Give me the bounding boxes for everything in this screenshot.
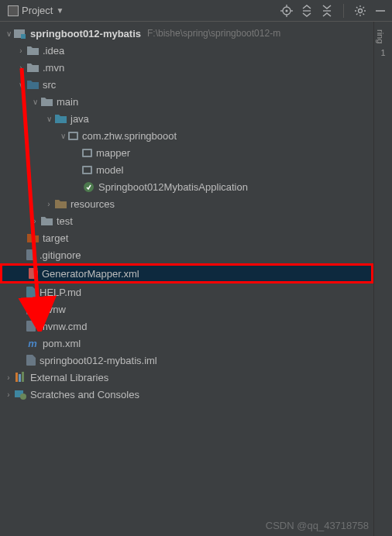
chevron-right-icon[interactable]: › xyxy=(29,217,40,225)
node-label: Springboot012MybatisApplication xyxy=(98,181,248,193)
tree-node-resources[interactable]: › resources xyxy=(0,195,373,212)
folder-icon xyxy=(40,95,53,108)
node-label: springboot012-mybatis.iml xyxy=(40,355,157,366)
project-tree[interactable]: ∨ springboot012-mybatis F:\bishe\spring\… xyxy=(0,22,373,403)
node-label: main xyxy=(57,96,78,108)
maven-pom-icon: m xyxy=(26,337,39,349)
tree-node-scratches[interactable]: › Scratches and Consoles xyxy=(0,386,373,403)
tree-node-external-libraries[interactable]: › External Libraries xyxy=(0,369,373,386)
tree-node-package[interactable]: ∨ com.zhw.springbooot xyxy=(0,127,373,144)
tree-node-src[interactable]: ∨ src xyxy=(0,76,373,93)
chevron-right-icon[interactable]: › xyxy=(43,200,54,208)
node-label: .mvn xyxy=(43,62,64,74)
node-label: resources xyxy=(70,198,115,210)
gear-icon[interactable] xyxy=(353,4,367,18)
node-label: test xyxy=(57,215,73,227)
svg-rect-11 xyxy=(21,34,26,39)
svg-rect-13 xyxy=(15,373,18,382)
node-label: Scratches and Consoles xyxy=(30,389,139,400)
collapse-all-icon[interactable] xyxy=(320,4,334,18)
svg-point-1 xyxy=(286,9,288,12)
node-label: src xyxy=(43,79,56,91)
svg-point-17 xyxy=(20,393,26,400)
module-icon xyxy=(14,27,26,40)
tree-node-idea[interactable]: › .idea xyxy=(0,42,373,59)
chevron-down-icon[interactable]: ∨ xyxy=(43,115,54,123)
node-label: mapper xyxy=(96,147,130,159)
node-label: mvnw xyxy=(40,304,66,315)
node-label: springboot012-mybatis xyxy=(30,28,141,40)
node-label: com.zhw.springbooot xyxy=(82,130,177,142)
chevron-right-icon[interactable]: › xyxy=(3,373,14,382)
tree-node-model[interactable]: › model xyxy=(0,161,373,178)
tree-node-test[interactable]: › test xyxy=(0,212,373,229)
project-view-selector[interactable]: Project ▼ xyxy=(5,3,67,18)
project-toolbar: Project ▼ xyxy=(0,0,392,22)
tree-node-mvnw[interactable]: › mvnw xyxy=(0,301,373,318)
chevron-right-icon[interactable]: › xyxy=(15,46,26,55)
chevron-right-icon[interactable]: › xyxy=(15,64,26,72)
xml-file-icon xyxy=(29,268,38,279)
tree-node-iml[interactable]: › springboot012-mybatis.iml xyxy=(0,352,373,369)
tree-node-main[interactable]: ∨ main xyxy=(0,93,373,110)
tree-node-root[interactable]: ∨ springboot012-mybatis F:\bishe\spring\… xyxy=(0,25,373,42)
svg-rect-15 xyxy=(22,372,24,382)
scratches-icon xyxy=(14,388,26,400)
locate-icon[interactable] xyxy=(280,4,294,18)
tree-node-target[interactable]: › target xyxy=(0,229,373,246)
chevron-down-icon[interactable]: ∨ xyxy=(57,132,68,140)
expand-all-icon[interactable] xyxy=(300,4,314,18)
right-tab-label[interactable]: ring xyxy=(374,26,387,46)
source-folder-icon xyxy=(54,112,67,125)
node-label: mvnw.cmd xyxy=(40,321,87,332)
node-label: target xyxy=(43,232,68,244)
svg-rect-14 xyxy=(19,374,21,382)
chevron-down-icon[interactable]: ∨ xyxy=(15,81,26,89)
node-label: java xyxy=(70,113,89,125)
chevron-down-icon[interactable]: ∨ xyxy=(29,98,40,106)
folder-icon xyxy=(26,61,39,74)
package-icon xyxy=(68,132,78,140)
markdown-file-icon xyxy=(26,287,36,297)
chevron-down-icon[interactable]: ∨ xyxy=(3,29,14,38)
resources-folder-icon xyxy=(54,198,67,210)
package-icon xyxy=(82,166,92,174)
right-tab-number: 1 xyxy=(374,46,392,59)
file-icon xyxy=(26,304,36,314)
node-label: HELP.md xyxy=(40,287,81,298)
tree-node-pom[interactable]: › m pom.xml xyxy=(0,335,373,352)
node-label: model xyxy=(96,164,123,176)
folder-icon xyxy=(26,44,39,57)
tree-node-mvnw-cmd[interactable]: › mvnw.cmd xyxy=(0,318,373,335)
node-label: External Libraries xyxy=(30,372,108,383)
right-gutter: ring 1 xyxy=(373,22,392,536)
spring-boot-class-icon xyxy=(82,180,95,193)
folder-icon xyxy=(40,215,53,227)
chevron-right-icon[interactable]: › xyxy=(3,390,14,399)
tree-node-gitignore[interactable]: › .gitignore xyxy=(0,246,373,263)
separator xyxy=(343,4,344,18)
target-folder-icon xyxy=(26,232,39,244)
tree-node-java[interactable]: ∨ java xyxy=(0,110,373,127)
tree-node-mapper[interactable]: › mapper xyxy=(0,144,373,161)
node-path: F:\bishe\spring\springboot012-m xyxy=(147,28,280,39)
file-icon xyxy=(26,321,36,332)
tree-node-mvn[interactable]: › .mvn xyxy=(0,59,373,76)
node-label: pom.xml xyxy=(43,338,81,349)
tree-node-generator-mapper[interactable]: › GeneratorMapper.xml xyxy=(0,263,373,283)
tree-node-help[interactable]: › HELP.md xyxy=(0,283,373,301)
tree-node-app-class[interactable]: › Springboot012MybatisApplication xyxy=(0,178,373,195)
project-label: Project xyxy=(22,5,53,16)
node-label: .idea xyxy=(43,45,64,57)
hide-icon[interactable] xyxy=(373,4,387,18)
svg-point-8 xyxy=(359,9,363,12)
libraries-icon xyxy=(14,371,26,383)
watermark: CSDN @qq_43718758 xyxy=(266,520,369,531)
package-icon xyxy=(82,149,92,157)
node-label: GeneratorMapper.xml xyxy=(42,268,139,280)
node-label: .gitignore xyxy=(40,249,81,261)
project-icon xyxy=(8,5,19,16)
iml-file-icon xyxy=(26,355,36,366)
folder-icon xyxy=(26,78,39,91)
svg-point-12 xyxy=(84,182,94,192)
